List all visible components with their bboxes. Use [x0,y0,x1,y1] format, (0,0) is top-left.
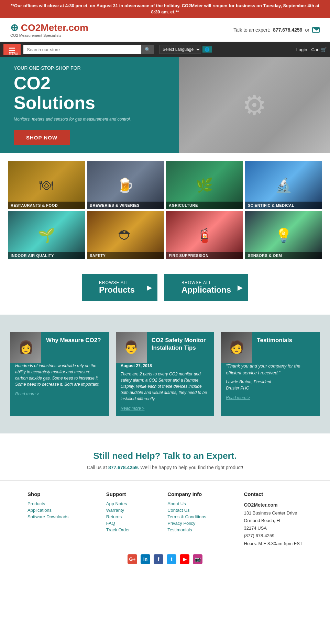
category-indoor[interactable]: 🌱 INDOOR AIR QUALITY [8,211,85,259]
footer-col-1: SupportApp NotesWarrantyReturnsFAQTrack … [106,491,130,547]
facebook-icon[interactable]: f [154,554,163,564]
browse-main-applications: Applications [182,285,231,295]
info-section: 👩 Why Measure CO2? Hundreds of industrie… [0,315,330,433]
linkedin-icon[interactable]: in [141,554,150,564]
testimonial-author: Lawrie Bruton, PresidentBruster PHC [226,379,315,391]
language-selector: Select Language English Spanish 🌐 [160,45,212,54]
footer-heading-0: Shop [28,491,68,497]
help-phone: 877.678.4259. [108,465,139,470]
browse-arrow-products: ▶ [147,283,152,292]
card-body: There are 2 parts to every CO2 monitor a… [121,371,210,402]
search-input[interactable] [23,45,141,54]
info-card-testimonials: 🧑 Testimonials "Thank you and your compa… [221,332,320,416]
card-image: 👨 [116,332,147,363]
footer-heading-3: Contact [244,491,303,497]
logo-text: ⊕ CO2Meter.com [10,22,88,33]
info-card-safety-monitor: 👨 CO2 Safety Monitor Installation Tips A… [116,332,214,416]
category-sensors[interactable]: 💡 SENSORS & OEM [245,211,322,259]
hero-image-placeholder [179,57,330,153]
logo-subtitle: CO2 Measurement Specialists [10,33,88,37]
instagram-icon[interactable]: 📷 [193,554,202,564]
browse-applications-button[interactable]: BROWSE ALL Applications ▶ [164,274,248,301]
footer-link[interactable]: Warranty [106,508,130,513]
card-title: Testimonials [252,332,297,363]
footer-col-2: Company InfoAbout UsContact UsTerms & Co… [167,491,206,547]
card-date: August 27, 2018 [121,363,210,369]
card-image: 🧑 [221,332,252,363]
category-fire[interactable]: 🧯 FIRE SUPPRESSION [166,211,243,259]
twitter-icon[interactable]: t [167,554,176,564]
card-body-container: August 27, 2018 There are 2 parts to eve… [116,363,214,416]
youtube-icon[interactable]: ▶ [180,554,189,564]
category-agriculture[interactable]: 🌿 AGRICULTURE [166,161,243,209]
header-contact: Talk to an expert: 877.678.4259 or [233,27,320,33]
hero-left: YOUR ONE-STOP-SHOP FOR CO2 Solutions Mon… [0,57,179,153]
footer-link[interactable]: Privacy Policy [167,521,206,526]
footer-columns: ShopProductsApplicationsSoftware Downloa… [28,491,302,547]
help-title: Still need Help? Talk to an Expert. [10,451,320,461]
browse-products-button[interactable]: BROWSE ALL Products ▶ [82,274,157,301]
testimonial-quote: "Thank you and your company for the effi… [226,363,315,376]
card-body-container: "Thank you and your company for the effi… [221,363,320,416]
read-more-link[interactable]: Read more > [121,405,210,411]
help-subtitle: Call us at 877.678.4259. We'll be happy … [10,465,320,470]
category-restaurants[interactable]: 🍽 RESTAURANTS & FOOD [8,161,85,209]
navbar: MENU 🔍 Select Language English Spanish 🌐… [0,42,330,57]
help-section: Still need Help? Talk to an Expert. Call… [0,433,330,481]
footer-link[interactable]: Software Downloads [28,514,68,519]
footer-heading-2: Company Info [167,491,206,497]
nav-right: Login Cart 🛒 [296,47,327,52]
category-label-indoor: INDOOR AIR QUALITY [8,252,85,259]
login-link[interactable]: Login [296,47,307,52]
footer-link[interactable]: Returns [106,514,130,519]
hero-section: YOUR ONE-STOP-SHOP FOR CO2 Solutions Mon… [0,57,330,153]
hero-subtitle: YOUR ONE-STOP-SHOP FOR [14,65,165,71]
category-label-breweries: BREWERIES & WINERIES [87,202,164,209]
category-breweries[interactable]: 🍺 BREWERIES & WINERIES [87,161,164,209]
footer-social: G+ in f t ▶ 📷 [28,547,302,571]
hero-title: CO2 Solutions [14,74,165,113]
card-title: Why Measure CO2? [41,332,106,363]
footer-link[interactable]: App Notes [106,501,130,506]
card-body: Hundreds of industries worldwide rely on… [15,363,104,387]
footer-link[interactable]: Products [28,501,68,506]
category-label-scientific: SCIENTIFIC & MEDICAL [245,202,322,209]
category-scientific[interactable]: 🔬 SCIENTIFIC & MEDICAL [245,161,322,209]
footer-link[interactable]: Terms & Conditions [167,514,206,519]
footer-link[interactable]: Track Order [106,527,130,532]
language-dropdown[interactable]: Select Language English Spanish [160,45,201,54]
cart-button[interactable]: Cart 🛒 [311,47,327,52]
phone-number: 877.678.4259 [273,27,302,33]
search-bar: 🔍 [23,45,154,54]
footer-link[interactable]: About Us [167,501,206,506]
read-more-link[interactable]: Read more > [226,395,315,401]
category-label-sensors: SENSORS & OEM [245,252,322,259]
header: ⊕ CO2Meter.com CO2 Measurement Specialis… [0,18,330,42]
logo[interactable]: ⊕ CO2Meter.com CO2 Measurement Specialis… [10,22,88,37]
footer-col-3: Contact CO2Meter.com 131 Business Center… [244,491,303,547]
footer-link[interactable]: Testimonials [167,527,206,532]
category-label-safety: SAFETY [87,252,164,259]
google-plus-icon[interactable]: G+ [128,554,137,564]
read-more-link[interactable]: Read more > [15,391,104,397]
footer-link[interactable]: Contact Us [167,508,206,513]
hero-description: Monitors, meters and sensors for gas mea… [14,117,165,122]
footer-link[interactable]: FAQ [106,521,130,526]
email-icon[interactable] [312,27,320,33]
footer-link[interactable]: Applications [28,508,68,513]
info-cards: 👩 Why Measure CO2? Hundreds of industrie… [10,332,320,416]
shop-now-button[interactable]: SHOP NOW [14,130,70,145]
hamburger-line [9,50,15,51]
menu-button[interactable]: MENU [3,44,21,55]
browse-sub-products: BROWSE ALL [99,280,129,285]
contact-info: CO2Meter.com 131 Business Center Drive O… [244,501,303,547]
browse-main-products: Products [99,285,135,295]
category-safety[interactable]: ⛑ SAFETY [87,211,164,259]
search-button[interactable]: 🔍 [141,45,154,54]
category-grid: 🍽 RESTAURANTS & FOOD 🍺 BREWERIES & WINER… [0,153,330,267]
browse-arrow-applications: ▶ [238,283,243,292]
top-banner: **Our offices will close at 4:30 pm et. … [0,0,330,18]
hamburger-line [9,48,15,49]
category-label-restaurants: RESTAURANTS & FOOD [8,202,85,209]
info-card-why-measure: 👩 Why Measure CO2? Hundreds of industrie… [10,332,109,416]
